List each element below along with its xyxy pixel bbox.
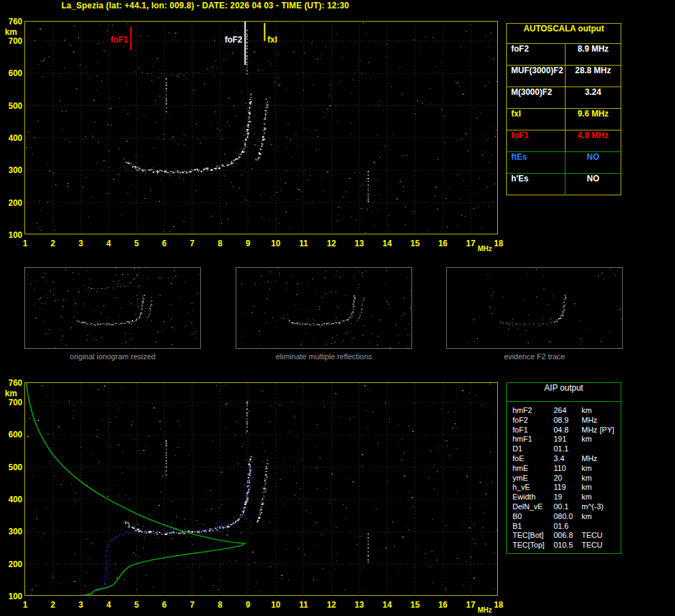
param-unit: km (582, 474, 600, 483)
param-name: B0 (507, 512, 554, 522)
aip-row-13: TEC[Bot]006.8TECU (507, 531, 621, 541)
thumb-evidence-f2-plot (447, 268, 622, 348)
aip-row-7: ymE20km (507, 474, 621, 483)
param-value: 264 (554, 406, 582, 416)
y-tick-label: 400 (1, 133, 22, 143)
autoscala-screen: La_Spezia (lat: +44.1, lon: 009.8) - DAT… (0, 0, 675, 616)
x-tick-label: 14 (379, 600, 395, 610)
param-unit: MHz (582, 426, 600, 435)
param-name: ftEs (507, 152, 566, 173)
aip-output-table: AIP output hmF2264kmfoF208.9MHzfoF104.8M… (506, 382, 621, 554)
param-note (600, 522, 621, 532)
param-note: [PY] (600, 426, 621, 435)
param-unit: km (582, 493, 600, 502)
x-axis-unit: MHz (478, 245, 492, 253)
param-value: 080.0 (554, 512, 582, 522)
param-note (600, 435, 621, 444)
param-note (600, 444, 621, 454)
param-unit: km (582, 464, 600, 474)
autoscala-row-2: M(3000)F23.24 (507, 87, 621, 108)
svg-text:foF2: foF2 (225, 35, 243, 45)
param-name: B1 (507, 522, 554, 532)
autoscala-row-1: MUF(3000)F228.8 MHz (507, 65, 621, 87)
param-note (600, 454, 621, 464)
param-value: 19 (554, 493, 582, 502)
param-unit: km (582, 435, 600, 444)
x-tick-label: 9 (241, 600, 256, 610)
x-tick-label: 17 (463, 600, 478, 610)
aip-row-5: foE3.4MHz (507, 454, 621, 464)
x-tick-label: 12 (324, 239, 339, 248)
aip-table-rows: hmF2264kmfoF208.9MHzfoF104.8MHz[PY]hmF11… (507, 402, 621, 553)
autoscala-row-0: foF28.9 MHz (507, 43, 621, 65)
aip-row-1: foF208.9MHz (507, 416, 621, 426)
aip-row-9: Ewidth19km (507, 493, 621, 502)
y-tick-label: 600 (1, 68, 22, 78)
autoscala-row-4: foF14.8 MHz (507, 130, 621, 151)
y-tick-label: 300 (1, 527, 22, 536)
param-unit (582, 522, 600, 532)
param-value: 006.8 (554, 531, 582, 541)
param-value: 01.6 (554, 522, 582, 532)
param-value: 04.8 (554, 426, 582, 435)
param-name: foF2 (507, 416, 554, 426)
x-tick-label: 18 (491, 600, 506, 610)
param-name: foF2 (507, 44, 566, 65)
y-tick-label: 500 (1, 101, 22, 111)
param-value: 9.6 MHz (566, 109, 621, 130)
aip-row-10: DelN_vE00.1m^(-3) (507, 502, 621, 512)
param-note (602, 531, 621, 541)
thumb-caption-eliminate: eliminate multiple reflections (236, 352, 412, 361)
y-tick-label: 500 (1, 463, 22, 472)
param-name: ymE (507, 474, 554, 483)
x-tick-label: 16 (435, 600, 450, 610)
param-note (600, 493, 621, 502)
aip-row-0: hmF2264km (507, 406, 621, 416)
param-note (600, 483, 621, 493)
param-value: 20 (554, 474, 582, 483)
aip-row-8: h_vE119km (507, 483, 621, 493)
param-unit: MHz (582, 454, 600, 464)
x-tick-label: 3 (73, 600, 89, 610)
x-tick-label: 13 (351, 239, 367, 248)
param-value: 010.5 (554, 541, 582, 550)
param-value: 3.4 (554, 454, 582, 464)
param-value: 4.8 MHz (566, 130, 621, 151)
page-title: La_Spezia (lat: +44.1, lon: 009.8) - DAT… (61, 1, 349, 10)
param-note (602, 541, 621, 550)
aip-row-14: TEC[Top]010.5TECU (507, 541, 621, 550)
aip-table-title: AIP output (507, 383, 621, 402)
x-tick-label: 4 (101, 239, 116, 248)
param-value: NO (566, 174, 621, 195)
x-tick-label: 13 (351, 600, 367, 610)
autoscala-row-5: ftEsNO (507, 151, 621, 173)
x-tick-label: 7 (185, 239, 200, 248)
x-tick-label: 1 (17, 239, 33, 248)
param-name: h_vE (507, 483, 554, 493)
x-tick-label: 4 (101, 600, 116, 610)
x-tick-label: 10 (268, 600, 283, 610)
param-value: 01.1 (554, 444, 582, 454)
param-note (600, 406, 621, 416)
x-tick-label: 9 (241, 239, 256, 248)
param-name: DelN_vE (507, 502, 554, 512)
x-tick-label: 18 (491, 239, 506, 248)
param-unit (582, 444, 600, 454)
x-tick-label: 14 (379, 239, 395, 248)
y-tick-label: 300 (1, 165, 22, 175)
y-tick-label: 760 (1, 378, 22, 388)
param-unit: MHz (582, 416, 600, 426)
x-tick-label: 2 (45, 239, 61, 248)
aip-row-3: hmF1191km (507, 435, 621, 444)
param-name: M(3000)F2 (507, 87, 566, 108)
param-value: 08.9 (554, 416, 582, 426)
x-tick-label: 12 (324, 600, 339, 610)
param-value: 28.8 MHz (566, 66, 621, 87)
param-note (603, 502, 621, 512)
param-unit: km (582, 483, 600, 493)
x-tick-label: 11 (296, 239, 311, 248)
svg-text:foF1: foF1 (110, 35, 128, 45)
thumb-evidence-f2 (446, 267, 623, 349)
autoscala-row-3: fxI9.6 MHz (507, 108, 621, 130)
x-tick-label: 7 (185, 600, 200, 610)
